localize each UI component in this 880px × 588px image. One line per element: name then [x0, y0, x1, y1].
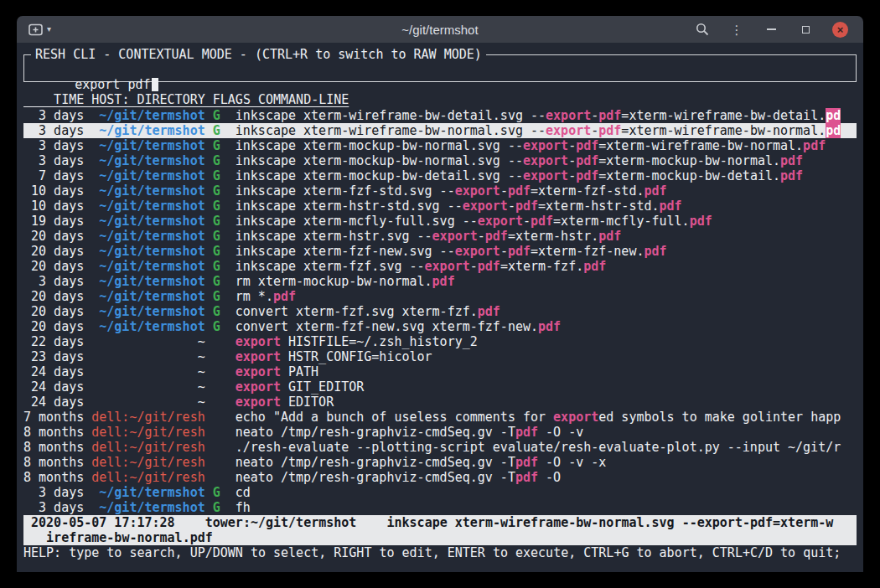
entry-directory: ~/git/termshot — [99, 319, 204, 334]
entry-flags — [213, 349, 220, 364]
history-row[interactable]: 10 days~/git/termshotGinkscape xterm-fzf… — [23, 183, 857, 199]
history-row[interactable]: 3 days~/git/termshotGinkscape xterm-mock… — [23, 153, 857, 168]
history-row[interactable]: 3 days~/git/termshotGcd — [23, 485, 857, 500]
command-text: HISTFILE=~/.zsh_history_2 — [281, 334, 478, 349]
entry-time: 20 days — [23, 229, 84, 244]
entry-flags: G — [213, 259, 220, 274]
history-row[interactable]: 20 days~/git/termshotGinkscape xterm-hst… — [23, 229, 857, 244]
command-text: inkscape xterm-hstr.svg -- — [236, 229, 432, 244]
entry-flags: G — [213, 199, 220, 214]
new-tab-button[interactable]: ▾ — [28, 23, 51, 36]
search-box-title: RESH CLI - CONTEXTUAL MODE - (CTRL+R to … — [31, 47, 486, 62]
entry-command: inkscape xterm-fzf.svg --export-pdf=xter… — [236, 259, 857, 274]
command-text: rm xterm-mockup-bw-normal. — [236, 274, 432, 289]
entry-host-dir: ~/git/termshot — [91, 244, 204, 259]
command-text: - — [500, 244, 508, 259]
entry-command: inkscape xterm-mockup-bw-normal.svg --ex… — [236, 153, 857, 168]
history-row[interactable]: 19 days~/git/termshotGinkscape xterm-mcf… — [23, 214, 857, 229]
history-row[interactable]: 24 days~export EDITOR — [23, 395, 857, 410]
entry-flags: G — [213, 319, 220, 334]
entry-command: rm xterm-mockup-bw-normal.pdf — [236, 274, 857, 289]
entry-time: 24 days — [23, 364, 84, 379]
history-row[interactable]: 3 days~/git/termshotGinkscape xterm-mock… — [23, 138, 857, 153]
entry-time: 20 days — [23, 304, 84, 319]
match-highlight: export — [546, 108, 591, 123]
history-row[interactable]: 23 days~export HSTR_CONFIG=hicolor — [23, 349, 857, 364]
history-row[interactable]: 20 days~/git/termshotGinkscape xterm-fzf… — [23, 259, 857, 274]
entry-host: dell: — [91, 470, 129, 485]
minimize-button[interactable] — [764, 22, 779, 37]
history-row[interactable]: 3 days~/git/termshotGfh — [23, 500, 857, 515]
entry-time: 7 months — [23, 410, 84, 425]
entry-command: inkscape xterm-hstr.svg --export-pdf=xte… — [236, 229, 857, 244]
history-row[interactable]: 8 monthsdell:~/git/reshneato /tmp/resh-g… — [23, 425, 857, 440]
search-button[interactable] — [695, 22, 710, 37]
terminal-window: ▾ ~/git/termshot ⋮ × — [17, 16, 863, 572]
match-highlight: pdf — [273, 289, 296, 304]
restore-button[interactable] — [798, 22, 813, 37]
entry-flags: G — [213, 168, 220, 183]
history-row[interactable]: 20 days~/git/termshotGconvert xterm-fzf-… — [23, 319, 857, 334]
command-text: inkscape xterm-mockup-bw-normal.svg -- — [236, 138, 523, 153]
entry-flags — [213, 379, 220, 395]
entry-directory: ~/git/resh — [129, 410, 204, 425]
entry-command: ./resh-evaluate --plotting-script evalua… — [236, 440, 857, 455]
history-row[interactable]: 20 days~/git/termshotGrm *.pdf — [23, 289, 857, 304]
command-text: rm *. — [236, 289, 273, 304]
entry-directory: ~/git/termshot — [99, 199, 204, 214]
history-row[interactable]: 7 monthsdell:~/git/reshecho "Add a bunch… — [23, 410, 857, 425]
history-row[interactable]: 8 monthsdell:~/git/reshneato /tmp/resh-g… — [23, 470, 857, 485]
match-highlight: pdf — [803, 138, 826, 153]
entry-directory: ~/git/termshot — [99, 229, 204, 244]
entry-command: export PATH — [236, 364, 857, 379]
entry-directory: ~ — [198, 364, 205, 379]
history-row[interactable]: 7 days~/git/termshotGinkscape xterm-mock… — [23, 168, 857, 183]
match-highlight: export — [236, 395, 281, 410]
history-row-selected[interactable]: 3 days~/git/termshotGinkscape xterm-wire… — [23, 123, 857, 138]
history-row[interactable]: 24 days~export GIT_EDITOR — [23, 379, 857, 395]
entry-time: 8 months — [23, 425, 84, 440]
entry-directory: ~/git/termshot — [99, 138, 204, 153]
entry-flags: G — [213, 244, 220, 259]
match-highlight: pdf — [690, 214, 712, 229]
entry-directory: ~/git/termshot — [99, 289, 204, 304]
close-button[interactable]: × — [832, 22, 848, 38]
command-text: ./resh-evaluate --plotting-script evalua… — [236, 440, 841, 455]
command-text: - — [568, 138, 576, 153]
history-row[interactable]: 20 days~/git/termshotGconvert xterm-fzf.… — [23, 304, 857, 319]
history-row[interactable]: 20 days~/git/termshotGinkscape xterm-fzf… — [23, 244, 857, 259]
history-row[interactable]: 24 days~export PATH — [23, 364, 857, 379]
entry-host-dir: dell:~/git/resh — [91, 440, 204, 455]
history-row[interactable]: 8 monthsdell:~/git/reshneato /tmp/resh-g… — [23, 455, 857, 470]
entry-host-dir: ~ — [91, 395, 204, 410]
entry-time: 24 days — [23, 379, 84, 395]
entry-command: inkscape xterm-wireframe-bw-normal.svg -… — [236, 123, 857, 138]
history-row[interactable]: 3 days~/git/termshotGrm xterm-mockup-bw-… — [23, 274, 857, 289]
menu-button[interactable]: ⋮ — [729, 22, 744, 37]
history-header: TIME HOST: DIRECTORY FLAGS COMMAND-LINE — [23, 92, 857, 107]
entry-host-dir: ~/git/termshot — [91, 138, 204, 153]
entry-command: inkscape xterm-mockup-bw-normal.svg --ex… — [236, 138, 857, 153]
entry-command: inkscape xterm-mockup-bw-detail.svg --ex… — [236, 168, 857, 183]
entry-directory: ~/git/termshot — [99, 244, 204, 259]
entry-flags: G — [213, 138, 220, 153]
entry-time: 19 days — [23, 214, 84, 229]
history-row[interactable]: 10 days~/git/termshotGinkscape xterm-hst… — [23, 199, 857, 214]
entry-host-dir: ~/git/termshot — [91, 259, 204, 274]
command-text: =xterm-fzf-new. — [531, 244, 644, 259]
search-icon — [696, 23, 709, 36]
match-highlight: pdf — [576, 168, 598, 183]
entry-command: inkscape xterm-mcfly-full.svg --export-p… — [236, 214, 857, 229]
history-row[interactable]: 3 days~/git/termshotGinkscape xterm-wire… — [23, 108, 857, 123]
entry-directory: ~/git/resh — [129, 425, 204, 440]
entry-host-dir: ~ — [91, 334, 204, 349]
entry-directory: ~/git/termshot — [99, 274, 204, 289]
entry-directory: ~/git/termshot — [99, 500, 204, 515]
history-row[interactable]: 8 monthsdell:~/git/resh./resh-evaluate -… — [23, 440, 857, 455]
command-text: HSTR_CONFIG=hicolor — [281, 349, 432, 364]
entry-time: 3 days — [23, 108, 84, 123]
titlebar[interactable]: ▾ ~/git/termshot ⋮ × — [17, 16, 863, 43]
search-box[interactable]: RESH CLI - CONTEXTUAL MODE - (CTRL+R to … — [23, 54, 857, 82]
search-input[interactable]: export pdf — [75, 77, 150, 92]
history-row[interactable]: 22 days~export HISTFILE=~/.zsh_history_2 — [23, 334, 857, 349]
